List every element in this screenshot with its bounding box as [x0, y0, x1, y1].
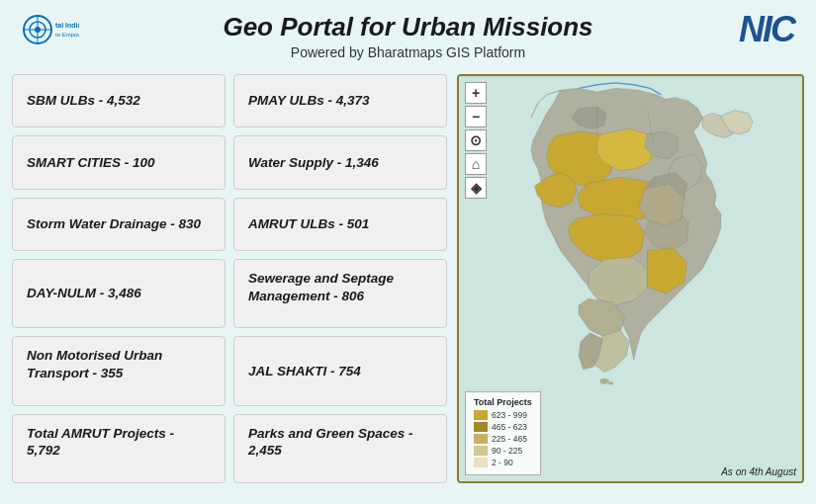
- stat-jal-shakti[interactable]: JAL SHAKTI - 754: [233, 336, 447, 405]
- stat-pmay-label: PMAY ULBs - 4,373: [248, 92, 370, 110]
- legend-color-5: [474, 458, 488, 467]
- map-legend: Total Projects 623 - 999 465 - 623 225 -…: [465, 391, 541, 475]
- legend-text-2: 465 - 623: [492, 422, 527, 432]
- legend-item-3: 225 - 465: [474, 434, 532, 444]
- stat-storm-water[interactable]: Storm Water Drainage - 830: [12, 198, 226, 251]
- legend-color-3: [474, 434, 488, 444]
- target-button[interactable]: ⊙: [465, 129, 487, 151]
- stat-smart-cities[interactable]: SMART CITIES - 100: [12, 135, 226, 189]
- legend-title: Total Projects: [474, 397, 532, 407]
- stat-total-amrut[interactable]: Total AMRUT Projects - 5,792: [12, 414, 226, 483]
- page-title: Geo Portal for Urban Missions: [0, 12, 816, 42]
- nic-logo-text: NIC: [739, 9, 794, 50]
- stat-amrut[interactable]: AMRUT ULBs - 501: [233, 198, 447, 251]
- stat-total-amrut-label: Total AMRUT Projects - 5,792: [27, 425, 211, 460]
- legend-text-4: 90 - 225: [492, 446, 522, 456]
- main-content: SBM ULBs - 4,532 PMAY ULBs - 4,373 SMART…: [0, 66, 816, 491]
- page-subtitle: Powered by Bharatmaps GIS Platform: [0, 44, 816, 60]
- svg-text:to Empower: to Empower: [55, 32, 79, 38]
- legend-color-1: [474, 410, 488, 420]
- stat-sewerage[interactable]: Sewerage and Septage Management - 806: [233, 259, 447, 328]
- legend-item-4: 90 - 225: [474, 446, 532, 456]
- stat-day-nulm-label: DAY-NULM - 3,486: [27, 285, 141, 302]
- stat-day-nulm[interactable]: DAY-NULM - 3,486: [12, 259, 226, 328]
- home-button[interactable]: ⌂: [465, 153, 487, 175]
- india-map-svg: [489, 81, 797, 392]
- zoom-in-button[interactable]: +: [465, 82, 487, 104]
- legend-item-5: 2 - 90: [474, 458, 532, 467]
- legend-text-1: 623 - 999: [492, 410, 527, 420]
- stat-sewerage-label: Sewerage and Septage Management - 806: [248, 270, 432, 304]
- stat-water-supply-label: Water Supply - 1,346: [248, 154, 379, 172]
- map-container: + − ⊙ ⌂ ◈: [459, 76, 802, 481]
- legend-item-2: 465 - 623: [474, 422, 532, 432]
- stat-amrut-label: AMRUT ULBs - 501: [248, 215, 369, 233]
- stat-sbm[interactable]: SBM ULBs - 4,532: [12, 74, 226, 127]
- stat-water-supply[interactable]: Water Supply - 1,346: [233, 135, 447, 189]
- stat-storm-water-label: Storm Water Drainage - 830: [27, 215, 201, 233]
- stat-jal-shakti-label: JAL SHAKTI - 754: [248, 363, 361, 380]
- header: tal India to Empower Geo Portal for Urba…: [0, 0, 816, 66]
- stat-non-motorised[interactable]: Non Motorised Urban Transport - 355: [12, 336, 226, 405]
- stats-grid: SBM ULBs - 4,532 PMAY ULBs - 4,373 SMART…: [12, 74, 447, 483]
- stat-non-motorised-label: Non Motorised Urban Transport - 355: [27, 347, 211, 381]
- legend-item-1: 623 - 999: [474, 410, 532, 420]
- stat-smart-cities-label: SMART CITIES - 100: [27, 154, 155, 172]
- legend-color-2: [474, 422, 488, 432]
- zoom-out-button[interactable]: −: [465, 106, 487, 127]
- stat-parks[interactable]: Parks and Green Spaces - 2,455: [233, 414, 447, 483]
- legend-color-4: [474, 446, 488, 456]
- logo-right: NIC: [727, 8, 806, 51]
- svg-point-9: [608, 381, 614, 385]
- svg-text:tal India: tal India: [55, 22, 79, 29]
- date-label: As on 4th August: [721, 466, 796, 477]
- logo-left: tal India to Empower: [10, 8, 89, 51]
- stat-sbm-label: SBM ULBs - 4,532: [27, 92, 140, 110]
- map-area[interactable]: + − ⊙ ⌂ ◈: [457, 74, 804, 483]
- layers-button[interactable]: ◈: [465, 177, 487, 199]
- stat-parks-label: Parks and Green Spaces - 2,455: [248, 425, 432, 460]
- svg-point-8: [599, 378, 608, 384]
- legend-text-3: 225 - 465: [492, 434, 527, 444]
- map-controls: + − ⊙ ⌂ ◈: [465, 82, 487, 199]
- legend-text-5: 2 - 90: [492, 458, 513, 467]
- stat-pmay[interactable]: PMAY ULBs - 4,373: [233, 74, 447, 127]
